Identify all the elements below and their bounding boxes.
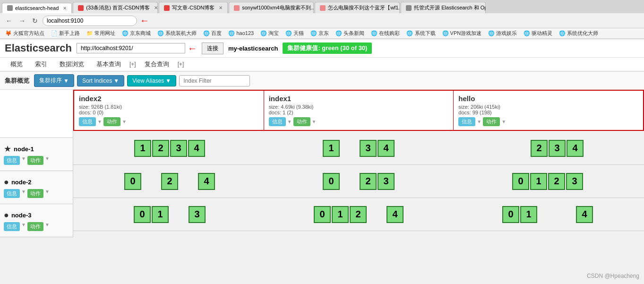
shard-cell[interactable]: 4 (378, 140, 395, 157)
connect-button[interactable]: 连接 (202, 43, 223, 54)
bookmark-jd[interactable]: 🌐 京东商城 (120, 29, 152, 37)
bookmark-vpn[interactable]: 🌐 VPN游戏加速 (441, 29, 483, 37)
reload-button[interactable]: ↻ (30, 16, 40, 26)
tab-csdn1[interactable]: (33条消息) 首页-CSDN博客 ✕ (73, 2, 158, 13)
shard-cell[interactable]: 1 (530, 173, 547, 190)
bookmark-new[interactable]: 📄 新手上路 (50, 29, 81, 37)
shard-cell[interactable]: 3 (189, 206, 206, 223)
hello-info-btn[interactable]: 信息 (458, 117, 475, 126)
shard-cell[interactable]: 2 (161, 173, 178, 190)
bookmark-jd2[interactable]: 🌐 京东 (309, 29, 330, 37)
shard-spacer (341, 173, 359, 190)
bookmark-hf[interactable]: 🦊 火狐官方站点 (4, 29, 46, 37)
bookmark-baidu[interactable]: 🌐 百度 (202, 29, 223, 37)
node-2-action-chevron: ▼ (45, 189, 50, 198)
node-1-info-button[interactable]: 信息 (4, 156, 20, 165)
bookmark-taobao[interactable]: 🌐 淘宝 (259, 29, 280, 37)
close-icon[interactable]: ✕ (219, 5, 223, 10)
shard-cell[interactable]: 4 (386, 206, 404, 223)
close-icon[interactable]: ✕ (154, 5, 158, 10)
shard-cell[interactable]: 2 (350, 206, 367, 223)
shard-cell[interactable]: 3 (378, 173, 395, 190)
index1-info-btn[interactable]: 信息 (269, 117, 286, 126)
tab-data-browse[interactable]: 数据浏览 (54, 58, 90, 71)
tab-complex-query[interactable]: 复合查询 (139, 58, 175, 71)
shard-cell[interactable]: 4 (576, 206, 593, 223)
bookmark-hao123[interactable]: 🌐 hao123 (227, 30, 255, 37)
bookmark-lottery[interactable]: 🌐 在线购彩 (369, 29, 401, 37)
shard-cell[interactable]: 2 (360, 173, 377, 190)
bookmark-sys[interactable]: 🌐 系统装机大师 (156, 29, 198, 37)
node-1-action-button[interactable]: 动作 (27, 156, 43, 165)
index-filter-input[interactable] (179, 75, 250, 86)
tab-elastic-open[interactable]: 托管式开源 Elasticsearch 和 Open... ✕ (401, 2, 486, 13)
view-aliases-button[interactable]: View Aliases ▼ (127, 75, 176, 86)
shard-cell[interactable]: 0 (134, 206, 151, 223)
tab-favicon (78, 5, 84, 11)
forward-button[interactable]: → (17, 16, 27, 26)
tab-bt[interactable]: 怎么电脑搜不到这个蓝牙【wf1... ✕ (315, 2, 400, 13)
hello-action-btn[interactable]: 动作 (483, 117, 500, 126)
node-1-icon: ★ (4, 144, 11, 154)
node-3-action-button[interactable]: 动作 (27, 222, 43, 231)
node-2-action-button[interactable]: 动作 (27, 189, 43, 198)
bookmark-toutiao[interactable]: 🌐 头条新闻 (334, 29, 366, 37)
basic-query-plus[interactable]: [+] (128, 59, 138, 70)
back-button[interactable]: ← (4, 16, 14, 26)
shard-cell[interactable]: 1 (332, 206, 349, 223)
shard-cell[interactable]: 0 (314, 206, 331, 223)
shard-cell[interactable]: 3 (549, 140, 566, 157)
node-3-info-button[interactable]: 信息 (4, 222, 20, 231)
tab-sony[interactable]: sonywf1000xm4电脑搜索不到... ✕ (229, 2, 314, 13)
shard-cell[interactable]: 2 (548, 173, 565, 190)
shard-cell[interactable]: 1 (134, 140, 151, 157)
complex-query-plus[interactable]: [+] (176, 59, 186, 70)
bookmark-game[interactable]: 🌐 游戏娱乐 (487, 29, 518, 37)
view-aliases-label: View Aliases (132, 77, 164, 84)
bookmark-driver[interactable]: 🌐 驱动精灵 (522, 29, 554, 37)
bookmarks-bar: 🦊 火狐官方站点 📄 新手上路 📁 常用网址 🌐 京东商城 🌐 系统装机大师 🌐… (0, 28, 644, 39)
shard-cell[interactable]: 0 (124, 173, 141, 190)
node-2-info-button[interactable]: 信息 (4, 189, 20, 198)
bookmark-optimize[interactable]: 🌐 系统优化大师 (558, 29, 600, 37)
close-icon[interactable]: ✕ (63, 6, 67, 11)
bookmark-sysdown[interactable]: 🌐 系统下载 (405, 29, 437, 37)
shard-cell[interactable]: 3 (170, 140, 187, 157)
shard-cell[interactable]: 0 (323, 173, 340, 190)
url-arrow: ← (188, 43, 197, 54)
hello-name: hello (458, 95, 638, 103)
tab-basic-query[interactable]: 基本查询 (91, 58, 127, 71)
sort-indices-button[interactable]: Sort Indices ▼ (77, 75, 124, 86)
shard-cell[interactable]: 3 (360, 140, 377, 157)
index2-action-btn[interactable]: 动作 (103, 117, 120, 126)
index2-info-btn[interactable]: 信息 (79, 117, 96, 126)
tab-csdn2[interactable]: 写文章-CSDN博客 ✕ (159, 2, 228, 13)
shard-spacer (170, 206, 188, 223)
shard-cell[interactable]: 4 (198, 173, 215, 190)
app-header: Elasticsearch ← 连接 my-elasticsearch 集群健康… (0, 39, 644, 58)
address-input[interactable] (43, 16, 137, 26)
shard-cell[interactable]: 4 (188, 140, 205, 157)
shard-cell[interactable]: 2 (531, 140, 548, 157)
bookmark-tmall[interactable]: 🌐 天猫 (284, 29, 305, 37)
shard-cell[interactable]: 2 (152, 140, 169, 157)
tab-elasticsearch-head[interactable]: elasticsearch-head ✕ (2, 3, 72, 13)
index1-action-btn[interactable]: 动作 (293, 117, 310, 126)
cluster-sort-label: 集群排序 (39, 77, 62, 85)
tab-overview[interactable]: 概览 (5, 58, 28, 71)
tab-index[interactable]: 索引 (29, 58, 53, 71)
shard-cell[interactable]: 0 (502, 206, 519, 223)
node-3-hello-shards: 0 1 4 (454, 206, 642, 223)
shard-cell[interactable]: 1 (152, 206, 169, 223)
browser-chrome: elasticsearch-head ✕ (33条消息) 首页-CSDN博客 ✕… (0, 0, 644, 39)
cluster-sort-button[interactable]: 集群排序 ▼ (34, 74, 74, 87)
shard-cell[interactable]: 4 (567, 140, 584, 157)
url-input[interactable] (77, 43, 185, 53)
shard-cell[interactable]: 1 (323, 140, 340, 157)
shard-cell[interactable]: 1 (520, 206, 537, 223)
shard-cell[interactable]: 0 (512, 173, 529, 190)
app-title: Elasticsearch (5, 42, 72, 54)
bookmark-common[interactable]: 📁 常用网址 (85, 29, 117, 37)
app: Elasticsearch ← 连接 my-elasticsearch 集群健康… (0, 39, 644, 237)
shard-cell[interactable]: 3 (566, 173, 583, 190)
